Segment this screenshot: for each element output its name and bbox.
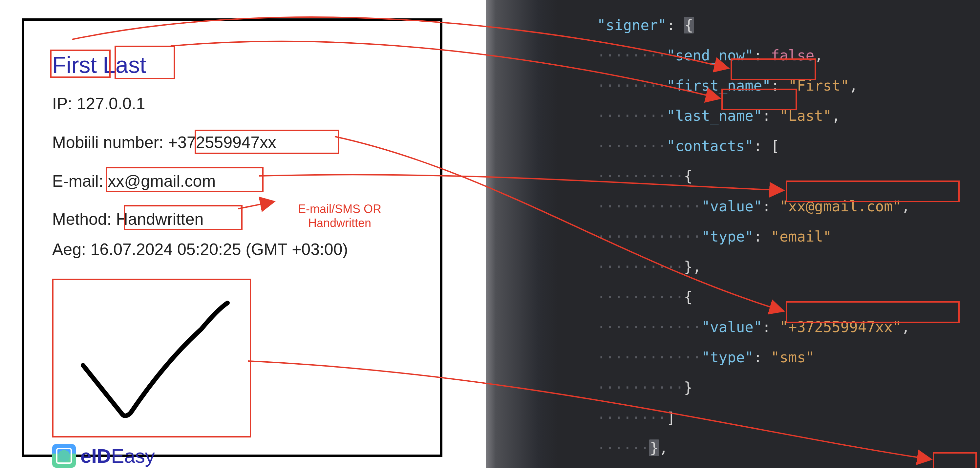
mobile-line: Mobiili number: +372559947xx [52, 134, 276, 151]
aeg-line: Aeg: 16.07.2024 05:20:25 (GMT +03:00) [52, 241, 348, 258]
method-annotation: E-mail/SMS OR Handwritten [284, 202, 396, 230]
key-type: "type" [702, 228, 754, 245]
code-line-require-handwritten: ······"require_handwritten_signature":tr… [545, 453, 971, 468]
signature-checkmark-icon [60, 283, 244, 431]
val-last-name: "Last" [780, 107, 832, 124]
email-label: E-mail: [52, 172, 103, 190]
method-label: Method: [52, 210, 111, 228]
mobile-value: +372559947xx [168, 133, 276, 151]
ip-value: 127.0.0.1 [77, 94, 145, 113]
key-type: "type" [702, 349, 754, 366]
method-line: Method: Handwritten [52, 211, 204, 228]
signature-card: First Last IP: 127.0.0.1 Mobiili number:… [22, 18, 442, 457]
email-value: xx@gmail.com [108, 172, 216, 190]
mobile-label: Mobiili number: [52, 133, 164, 151]
code-editor-panel: "signer": { ········"send_now": false, ·… [486, 0, 980, 468]
signature-card-outer: First Last IP: 127.0.0.1 Mobiili number:… [6, 6, 453, 463]
ip-line: IP: 127.0.0.1 [52, 96, 145, 112]
ip-label: IP: [52, 94, 72, 113]
email-line: E-mail: xx@gmail.com [52, 173, 216, 189]
logo-text-eid: eID [80, 445, 111, 467]
method-value: Handwritten [116, 210, 204, 228]
method-annotation-line2: Handwritten [308, 216, 371, 230]
aeg-value: 16.07.2024 05:20:25 (GMT +03:00) [91, 240, 348, 259]
logo-text-easy: Easy [111, 445, 154, 467]
signer-last-name: Last [103, 54, 146, 76]
brace: } [684, 379, 693, 396]
eideasy-logo: eIDEasy [52, 444, 155, 468]
aeg-label: Aeg: [52, 240, 86, 259]
val-type-sms: "sms" [771, 349, 814, 366]
val-type-email: "email" [771, 228, 832, 245]
eideasy-logo-icon [52, 444, 76, 468]
method-annotation-line1: E-mail/SMS OR [298, 202, 381, 216]
signer-name-row: First Last [52, 54, 146, 76]
signer-first-name: First [52, 54, 97, 76]
